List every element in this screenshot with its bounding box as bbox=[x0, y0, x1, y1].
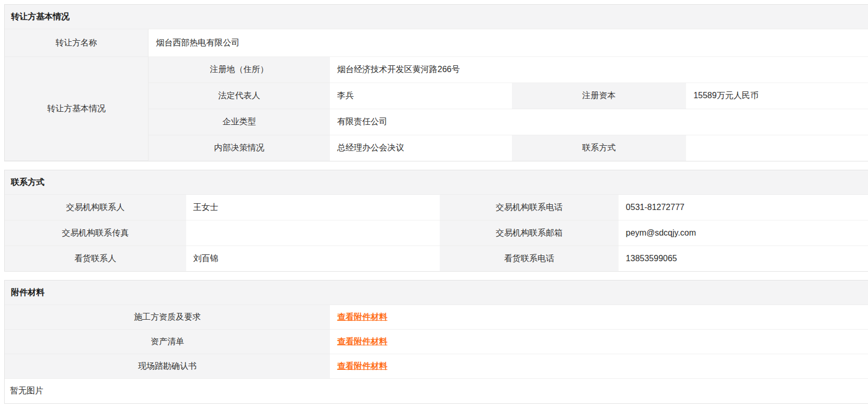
table-row: 施工方资质及要求 查看附件材料 bbox=[5, 305, 868, 330]
contractor-qualification-attachment-cell: 查看附件材料 bbox=[330, 305, 868, 330]
enterprise-type-label: 企业类型 bbox=[149, 109, 330, 135]
view-attachment-link-asset-list[interactable]: 查看附件材料 bbox=[337, 337, 387, 346]
enterprise-type-value: 有限责任公司 bbox=[330, 109, 868, 135]
section-title-transferor: 转让方基本情况 bbox=[5, 5, 868, 29]
transferor-name-value: 烟台西部热电有限公司 bbox=[149, 29, 868, 57]
legal-representative-value: 李兵 bbox=[330, 83, 512, 109]
agency-email-label: 交易机构联系邮箱 bbox=[440, 220, 619, 246]
attachments-table: 附件材料 施工方资质及要求 查看附件材料 资产清单 查看附件材料 现场踏勘确认书… bbox=[4, 280, 868, 404]
agency-phone-value: 0531-81272777 bbox=[619, 195, 868, 220]
table-row: 看货联系人 刘百锦 看货联系电话 13853599065 bbox=[5, 246, 868, 271]
registered-capital-value: 15589万元人民币 bbox=[686, 83, 868, 109]
viewing-phone-label: 看货联系电话 bbox=[440, 246, 619, 271]
viewing-phone-value: 13853599065 bbox=[619, 246, 868, 271]
table-row: 现场踏勘确认书 查看附件材料 bbox=[5, 354, 868, 379]
transferor-info-table: 转让方基本情况 转让方名称 烟台西部热电有限公司 转让方基本情况 注册地（住所）… bbox=[4, 4, 868, 161]
legal-representative-label: 法定代表人 bbox=[149, 83, 330, 109]
agency-contact-label: 交易机构联系人 bbox=[5, 195, 186, 220]
table-row: 暂无图片 bbox=[5, 379, 868, 403]
contact-info-table: 联系方式 交易机构联系人 王女士 交易机构联系电话 0531-81272777 … bbox=[4, 170, 868, 272]
viewing-contact-label: 看货联系人 bbox=[5, 246, 186, 271]
registered-address-label: 注册地（住所） bbox=[149, 57, 330, 83]
section-header-attachments: 附件材料 bbox=[5, 281, 868, 305]
registered-address-value: 烟台经济技术开发区黄河路266号 bbox=[330, 57, 868, 83]
section-title-attachments: 附件材料 bbox=[5, 281, 868, 305]
agency-phone-label: 交易机构联系电话 bbox=[440, 195, 619, 220]
agency-fax-value bbox=[186, 220, 440, 246]
contact-method-label: 联系方式 bbox=[512, 135, 686, 161]
section-title-contact: 联系方式 bbox=[5, 170, 868, 195]
site-survey-label: 现场踏勘确认书 bbox=[5, 354, 330, 379]
table-row: 转让方名称 烟台西部热电有限公司 bbox=[5, 29, 868, 57]
contact-method-value bbox=[686, 135, 868, 161]
section-header-transferor: 转让方基本情况 bbox=[5, 5, 868, 29]
asset-list-attachment-cell: 查看附件材料 bbox=[330, 330, 868, 354]
contractor-qualification-label: 施工方资质及要求 bbox=[5, 305, 330, 330]
view-attachment-link-site-survey[interactable]: 查看附件材料 bbox=[337, 361, 387, 370]
registered-capital-label: 注册资本 bbox=[512, 83, 686, 109]
asset-list-label: 资产清单 bbox=[5, 330, 330, 354]
internal-decision-label: 内部决策情况 bbox=[149, 135, 330, 161]
table-row: 转让方基本情况 注册地（住所） 烟台经济技术开发区黄河路266号 bbox=[5, 57, 868, 83]
table-row: 交易机构联系人 王女士 交易机构联系电话 0531-81272777 bbox=[5, 195, 868, 220]
table-row: 资产清单 查看附件材料 bbox=[5, 330, 868, 354]
agency-fax-label: 交易机构联系传真 bbox=[5, 220, 186, 246]
agency-email-value: peym@sdcqjy.com bbox=[619, 220, 868, 246]
site-survey-attachment-cell: 查看附件材料 bbox=[330, 354, 868, 379]
viewing-contact-value: 刘百锦 bbox=[186, 246, 440, 271]
view-attachment-link-qualification[interactable]: 查看附件材料 bbox=[337, 312, 387, 321]
internal-decision-value: 总经理办公会决议 bbox=[330, 135, 512, 161]
table-row: 交易机构联系传真 交易机构联系邮箱 peym@sdcqjy.com bbox=[5, 220, 868, 246]
transferor-name-label: 转让方名称 bbox=[5, 29, 149, 57]
section-header-contact: 联系方式 bbox=[5, 170, 868, 195]
agency-contact-value: 王女士 bbox=[186, 195, 440, 220]
no-image-text: 暂无图片 bbox=[5, 379, 868, 403]
transferor-basic-group-label: 转让方基本情况 bbox=[5, 57, 149, 161]
